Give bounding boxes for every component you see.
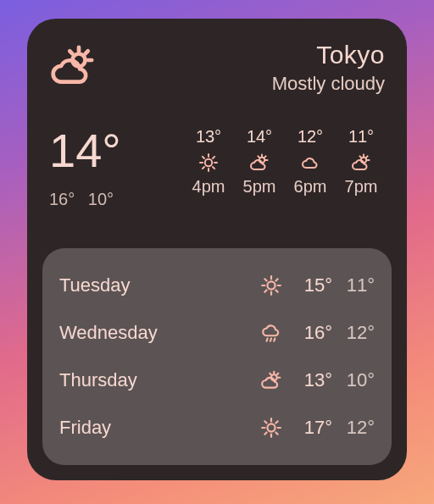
sunny-icon bbox=[253, 274, 290, 296]
day-high: 15° bbox=[290, 274, 332, 296]
day-name: Thursday bbox=[59, 369, 253, 391]
hour-temp: 11° bbox=[348, 127, 374, 147]
hour-time: 7pm bbox=[345, 177, 378, 197]
today-high: 16° bbox=[49, 190, 75, 208]
hour-column[interactable]: 14° 5pm bbox=[236, 127, 283, 242]
day-high: 17° bbox=[290, 417, 332, 439]
day-low: 11° bbox=[332, 274, 375, 296]
day-row[interactable]: Thursday 13° 10° bbox=[59, 357, 375, 404]
day-name: Friday bbox=[59, 417, 253, 439]
partly-cloudy-icon bbox=[351, 152, 371, 174]
hour-column[interactable]: 12° 6pm bbox=[287, 127, 334, 242]
day-low: 12° bbox=[332, 322, 375, 344]
weather-widget[interactable]: Tokyo Mostly cloudy 14° 16° 10° 13° 4pm bbox=[27, 19, 407, 480]
sunny-icon bbox=[198, 152, 219, 174]
cloudy-icon bbox=[300, 152, 320, 174]
current-temp-block: 14° 16° 10° bbox=[49, 127, 130, 242]
middle-row: 14° 16° 10° 13° 4pm 14° 5pm 12° bbox=[27, 112, 407, 242]
day-name: Wednesday bbox=[59, 322, 253, 344]
day-low: 10° bbox=[332, 369, 375, 391]
sunny-icon bbox=[253, 417, 290, 439]
location-block: Tokyo Mostly cloudy bbox=[272, 39, 385, 112]
current-temp: 14° bbox=[49, 127, 121, 174]
rain-icon bbox=[253, 322, 290, 344]
day-name: Tuesday bbox=[59, 274, 253, 296]
hour-time: 4pm bbox=[192, 177, 225, 197]
day-row[interactable]: Tuesday 15° 11° bbox=[59, 262, 375, 309]
day-high: 16° bbox=[290, 322, 332, 344]
hour-temp: 14° bbox=[247, 127, 272, 147]
day-row[interactable]: Friday 17° 12° bbox=[59, 404, 375, 451]
day-high: 13° bbox=[290, 369, 332, 391]
partly-cloudy-icon bbox=[253, 369, 290, 391]
hour-column[interactable]: 11° 7pm bbox=[337, 127, 385, 242]
hour-temp: 13° bbox=[196, 127, 221, 147]
wallpaper: Tokyo Mostly cloudy 14° 16° 10° 13° 4pm bbox=[0, 0, 434, 504]
header-row: Tokyo Mostly cloudy bbox=[27, 19, 407, 112]
day-row[interactable]: Wednesday 16° 12° bbox=[59, 309, 375, 357]
condition-text: Mostly cloudy bbox=[272, 73, 385, 95]
current-condition-icon bbox=[49, 42, 97, 112]
hour-time: 6pm bbox=[294, 177, 327, 197]
hour-temp: 12° bbox=[298, 127, 323, 147]
hour-column[interactable]: 13° 4pm bbox=[185, 127, 232, 242]
location-name: Tokyo bbox=[272, 41, 385, 69]
day-low: 12° bbox=[332, 417, 375, 439]
today-low: 10° bbox=[88, 190, 114, 208]
hourly-forecast: 13° 4pm 14° 5pm 12° 6pm 11° 7pm bbox=[130, 127, 385, 242]
hour-time: 5pm bbox=[243, 177, 276, 197]
today-hi-lo: 16° 10° bbox=[49, 190, 121, 209]
daily-forecast-card: Tuesday 15° 11° Wednesday 16° 12° Thursd… bbox=[42, 248, 392, 465]
partly-cloudy-icon bbox=[249, 152, 270, 174]
